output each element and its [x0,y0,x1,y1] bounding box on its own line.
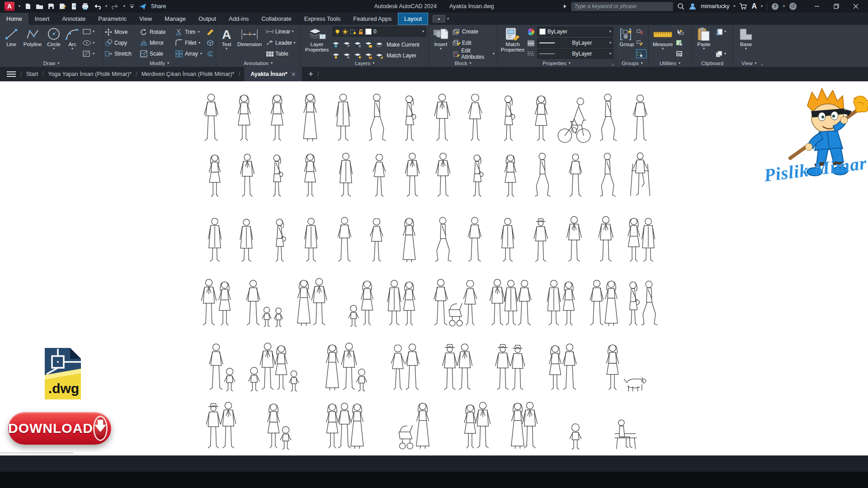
measure-caret-icon[interactable]: ▾ [662,47,664,51]
quick-calc-button[interactable] [676,50,688,58]
user-menu-caret-icon[interactable]: ▾ [733,5,735,8]
person-figure-m3[interactable] [241,154,255,197]
person-figure-w1[interactable] [361,281,373,325]
layer-thaw2-icon[interactable] [354,53,362,59]
layer-select-caret-icon[interactable]: ▾ [422,30,424,33]
ribbon-minimize-caret-icon[interactable]: ▾ [447,17,449,21]
base-button[interactable]: Base ▾ [735,26,757,59]
block-edit-button[interactable]: Edit [453,39,495,47]
layer-off-icon[interactable] [332,42,340,47]
tab-yoga-yapan-insan[interactable]: Yoga Yapan İnsan (Pislik Mimar)* [48,71,132,77]
fillet-button[interactable]: Fillet▾ [175,38,205,47]
tab-start[interactable]: Start [26,71,38,77]
person-figure-m3[interactable] [202,279,217,325]
layer-properties-button[interactable]: Layer Properties [302,26,331,59]
match-layer-icon[interactable] [376,53,383,59]
trim-caret-icon[interactable]: ▾ [198,30,200,34]
search-input[interactable]: Type a keyword or phrase [571,2,673,11]
undo-caret-icon[interactable]: ▾ [105,5,107,8]
paste-caret-icon[interactable]: ▾ [703,47,705,51]
scale-button[interactable]: Scale [140,49,175,58]
person-figure-w1[interactable] [275,346,288,389]
person-figure-w4[interactable] [468,94,482,141]
person-figure-m1[interactable] [518,280,531,325]
paste-button[interactable]: Paste ▾ [693,26,714,59]
person-figure-m1[interactable] [406,344,419,389]
tab-view[interactable]: View [133,13,158,25]
person-figure-dog[interactable] [624,377,646,391]
person-figure-m3[interactable] [458,344,472,389]
panel-label-properties[interactable]: Properties▾ [497,59,616,67]
person-figure-m2[interactable] [600,153,616,197]
person-figure-w1[interactable] [563,282,575,325]
ribbon-minimize-icon[interactable]: ▲ [433,15,445,23]
file-tabs-menu-icon[interactable] [6,71,16,77]
plot-icon[interactable] [81,3,89,10]
person-figure-bike[interactable] [558,98,590,142]
app-menu-caret-icon[interactable]: ▾ [19,5,20,8]
person-figure-w1[interactable] [628,218,640,262]
person-figure-w2[interactable] [303,94,316,141]
circle-button[interactable]: Circle ▾ [44,26,63,59]
panel-label-utilities[interactable]: Utilities▾ [649,59,691,67]
new-drawing-tab-button[interactable]: + [308,70,313,79]
person-figure-m3[interactable] [434,94,450,141]
person-figure-m1[interactable] [590,280,604,325]
make-current-icon[interactable] [376,42,383,47]
tab-add-ins[interactable]: Add-ins [222,13,255,25]
person-figure-m1[interactable] [569,154,582,197]
person-figure-c1[interactable] [262,307,271,327]
leader-button[interactable]: Leader▾ [266,39,298,47]
person-figure-m1[interactable] [204,94,218,141]
tab-collaborate[interactable]: Collaborate [255,13,298,25]
layer-freeze-icon[interactable] [354,42,362,47]
cut-caret-icon[interactable]: ▾ [724,30,726,33]
save-icon[interactable] [47,3,55,10]
panel-label-block[interactable]: Block▾ [429,59,497,67]
linear-caret-icon[interactable]: ▾ [292,30,293,33]
person-figure-m3[interactable] [567,216,581,261]
person-figure-sit[interactable] [615,420,637,449]
panel-label-layers[interactable]: Layers▾ [301,59,429,67]
share-label[interactable]: Share [151,3,166,9]
layer-unisolate-icon[interactable] [343,53,351,59]
panel-label-clipboard[interactable]: Clipboard [692,59,733,67]
person-figure-w3[interactable] [505,96,515,141]
text-caret-icon[interactable]: ▾ [226,47,227,51]
person-figure-w3[interactable] [274,155,283,197]
person-figure-p1[interactable] [387,280,401,325]
person-figure-m2[interactable] [369,94,386,141]
layer-unlock2-icon[interactable] [365,53,373,59]
fillet-caret-icon[interactable]: ▾ [198,41,200,45]
person-figure-c1[interactable] [274,308,283,327]
match-properties-button[interactable]: Match Properties [499,26,526,59]
line-button[interactable]: Line [2,26,21,59]
new-file-icon[interactable] [24,3,32,10]
move-button[interactable]: Move [105,27,139,37]
person-figure-m1[interactable] [468,217,481,261]
help-caret-icon[interactable]: ▾ [783,5,785,8]
tab-home[interactable]: Home [0,13,28,25]
person-figure-m3[interactable] [523,402,538,448]
linetype-select[interactable]: ByLayer▾ [537,49,613,59]
block-create-button[interactable]: Create [453,28,495,36]
erase-button[interactable] [206,28,214,36]
copy-clip-button[interactable]: ▾ [715,50,731,58]
text-button[interactable]: A Text ▾ [218,26,235,59]
person-figure-m2[interactable] [435,217,451,261]
panel-label-view[interactable]: View▾⌟ [733,59,868,67]
person-figure-m4[interactable] [443,344,457,389]
insert-button[interactable]: Insert ▾ [431,26,451,59]
make-current-button[interactable]: Make Current [387,42,420,48]
layer-select[interactable]: 0 ▾ [332,27,426,37]
edit-attributes-button[interactable]: Edit Attributes▾ [453,50,495,58]
rectangle-tool-button[interactable]: ▾ [82,28,100,36]
edit-attributes-caret-icon[interactable]: ▾ [493,52,495,56]
person-figure-p1[interactable] [208,218,222,262]
tab-parametric[interactable]: Parametric [92,13,133,25]
person-figure-c1[interactable] [349,305,359,327]
drawing-canvas[interactable]: Pislik Mimar .dwg DOWNLOAD [0,81,868,455]
search-icon[interactable] [677,3,684,10]
offset-button[interactable] [206,50,214,58]
person-figure-w3[interactable] [406,96,416,141]
